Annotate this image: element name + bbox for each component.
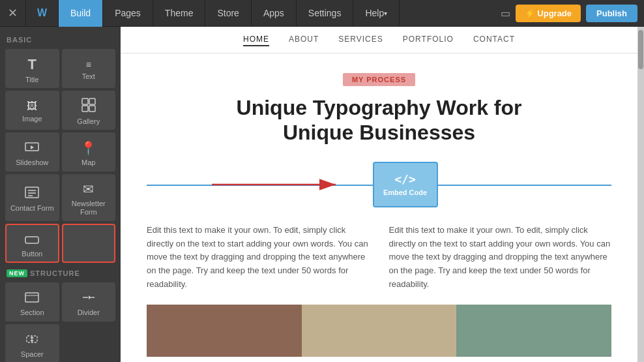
page-nav-contact[interactable]: CONTACT — [473, 33, 515, 46]
text-icon: ≡ — [86, 59, 91, 70]
contact-form-icon — [25, 187, 39, 202]
logo-text: W — [37, 7, 47, 19]
page-title: Unique Typography Work for Unique Busine… — [147, 95, 611, 145]
basic-items-grid: T Title ≡ Text 🖼 Image — [0, 46, 121, 265]
embed-code-widget[interactable]: </> Embed Code — [373, 162, 438, 207]
sidebar-item-slideshow[interactable]: Slideshow — [5, 132, 59, 172]
slideshow-label: Slideshow — [16, 158, 48, 166]
nav-theme[interactable]: Theme — [153, 0, 206, 27]
section-structure-title: NEW STRUCTURE — [0, 265, 121, 280]
svg-rect-1 — [89, 98, 95, 104]
spacer-label: Spacer — [21, 350, 44, 358]
process-badge: MY PROCESS — [343, 73, 415, 86]
nav-apps[interactable]: Apps — [252, 0, 297, 27]
slideshow-icon — [25, 141, 39, 156]
title-icon: T — [28, 56, 37, 73]
page-nav-portfolio[interactable]: PORTFOLIO — [403, 33, 454, 46]
top-nav: ✕ W Build Pages Theme Store Apps Setting… — [0, 0, 644, 27]
sidebar: BASIC T Title ≡ Text 🖼 Image — [0, 27, 121, 362]
page-nav: HOME ABOUT SERVICES PORTFOLIO CONTACT — [121, 27, 637, 53]
basic-label: BASIC — [7, 36, 32, 44]
text-label: Text — [82, 72, 95, 80]
image-icon: 🖼 — [27, 100, 37, 112]
page-nav-about[interactable]: ABOUT — [289, 33, 319, 46]
sidebar-item-spacer[interactable]: Spacer — [5, 324, 59, 362]
spacer-icon — [25, 333, 39, 348]
svg-rect-0 — [82, 98, 88, 104]
svg-rect-10 — [25, 293, 38, 302]
image-placeholder-2 — [302, 305, 457, 357]
svg-marker-18 — [30, 340, 34, 342]
sidebar-item-section[interactable]: Section — [5, 282, 59, 322]
sidebar-item-title[interactable]: T Title — [5, 49, 59, 88]
gallery-label: Gallery — [77, 117, 100, 125]
nav-items: Build Pages Theme Store Apps Settings He… — [59, 0, 494, 27]
nav-store[interactable]: Store — [205, 0, 251, 27]
embed-code-icon: </> — [394, 172, 416, 186]
images-strip — [147, 305, 611, 357]
logo: W — [26, 0, 59, 27]
page-nav-services[interactable]: SERVICES — [338, 33, 383, 46]
two-col-text: Edit this text to make it your own. To e… — [147, 224, 611, 292]
embed-area: </> Embed Code — [147, 158, 611, 211]
nav-help[interactable]: Help — [353, 0, 400, 27]
page-area: HOME ABOUT SERVICES PORTFOLIO CONTACT MY… — [121, 27, 637, 362]
svg-marker-17 — [30, 336, 34, 338]
scrollbar-thumb[interactable] — [638, 30, 643, 69]
image-placeholder-1 — [147, 305, 302, 357]
sidebar-item-highlighted-empty — [62, 224, 116, 263]
newsletter-label: NewsletterForm — [72, 200, 106, 217]
image-placeholder-3 — [456, 305, 611, 357]
button-icon — [25, 232, 39, 247]
close-icon: ✕ — [8, 6, 18, 20]
divider-icon — [81, 291, 96, 306]
scrollbar[interactable] — [637, 27, 644, 362]
map-label: Map — [81, 158, 95, 166]
embed-code-label: Embed Code — [383, 189, 427, 196]
col-text-left: Edit this text to make it your own. To e… — [147, 224, 370, 292]
title-label: Title — [25, 76, 38, 83]
page-header: MY PROCESS Unique Typography Work for Un… — [147, 73, 611, 145]
sidebar-item-button[interactable]: Button — [5, 224, 59, 263]
gallery-icon — [81, 98, 96, 115]
sidebar-item-newsletter[interactable]: ✉ NewsletterForm — [62, 174, 116, 221]
sidebar-item-divider[interactable]: Divider — [62, 282, 116, 322]
main-area: BASIC T Title ≡ Text 🖼 Image — [0, 27, 644, 362]
sidebar-item-contact-form[interactable]: Contact Form — [5, 174, 59, 221]
structure-items-grid: Section Divider — [0, 280, 121, 362]
sidebar-item-gallery[interactable]: Gallery — [62, 91, 116, 130]
col-text-right: Edit this text to make it your own. To e… — [389, 224, 612, 292]
structure-label: STRUCTURE — [30, 269, 80, 277]
nav-right-actions: ▭ ⚡ Upgrade Publish — [494, 5, 644, 22]
nav-settings[interactable]: Settings — [297, 0, 354, 27]
upgrade-button[interactable]: ⚡ Upgrade — [516, 5, 581, 22]
newsletter-icon: ✉ — [83, 181, 94, 197]
section-basic-title: BASIC — [0, 32, 121, 46]
close-button[interactable]: ✕ — [0, 0, 26, 27]
sidebar-item-text[interactable]: ≡ Text — [62, 49, 116, 88]
svg-marker-13 — [89, 295, 91, 299]
svg-rect-2 — [82, 106, 88, 112]
new-badge: NEW — [7, 269, 27, 277]
svg-rect-3 — [89, 106, 95, 112]
page-nav-home[interactable]: HOME — [243, 33, 269, 46]
button-label: Button — [22, 250, 42, 258]
svg-rect-9 — [25, 237, 38, 243]
device-toggle-icon[interactable]: ▭ — [501, 7, 510, 20]
image-label: Image — [22, 115, 42, 123]
map-icon: 📍 — [80, 140, 96, 156]
section-label: Section — [20, 309, 44, 316]
contact-form-label: Contact Form — [10, 204, 54, 212]
divider-label: Divider — [78, 309, 100, 316]
nav-pages[interactable]: Pages — [103, 0, 153, 27]
page-content: MY PROCESS Unique Typography Work for Un… — [121, 53, 637, 362]
sidebar-item-map[interactable]: 📍 Map — [62, 132, 116, 172]
section-icon — [25, 291, 39, 306]
publish-button[interactable]: Publish — [586, 5, 637, 22]
sidebar-item-image[interactable]: 🖼 Image — [5, 91, 59, 130]
nav-build[interactable]: Build — [59, 0, 103, 27]
